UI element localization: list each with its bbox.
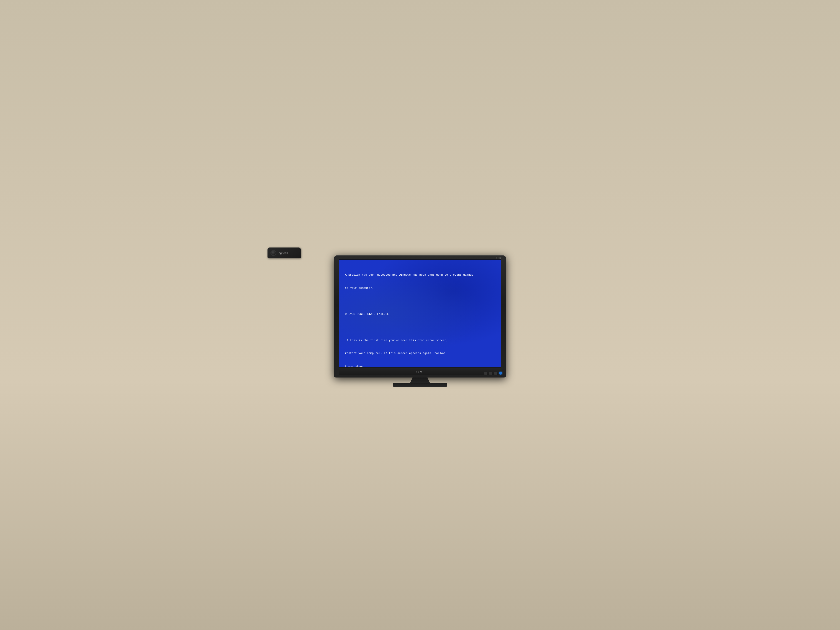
bsod-line-7: restart your computer. If this screen ap… bbox=[345, 351, 495, 355]
bsod-spacer-1 bbox=[345, 299, 495, 303]
monitor-stand-neck bbox=[407, 377, 433, 383]
monitor-brand: acer bbox=[415, 369, 425, 373]
bsod-spacer-2 bbox=[345, 325, 495, 330]
bsod-content: A problem has been detected and windows … bbox=[345, 264, 495, 368]
bsod-line-4: DRIVER_POWER_STATE_FAILURE bbox=[345, 312, 495, 316]
webcam: logitech bbox=[267, 248, 301, 258]
bsod-screen: A problem has been detected and windows … bbox=[339, 259, 501, 368]
webcam-lens bbox=[270, 250, 276, 256]
monitor-outer: X235 A problem has been detected and win… bbox=[334, 256, 506, 377]
monitor-button-3[interactable] bbox=[494, 372, 497, 374]
monitor-controls bbox=[484, 372, 502, 374]
monitor-stand-base bbox=[393, 383, 447, 387]
bsod-line-1: A problem has been detected and windows … bbox=[345, 273, 495, 277]
bsod-line-8: these steps: bbox=[345, 365, 495, 368]
monitor-button-2[interactable] bbox=[489, 372, 492, 374]
monitor-power-button[interactable] bbox=[499, 372, 502, 374]
monitor-wrapper: logitech X235 A problem has been detecte… bbox=[334, 256, 506, 387]
bsod-line-6: If this is the first time you've seen th… bbox=[345, 338, 495, 343]
bsod-line-2: to your computer. bbox=[345, 286, 495, 291]
monitor-bottom-bezel: acer bbox=[339, 368, 501, 375]
monitor-button-1[interactable] bbox=[484, 372, 487, 374]
webcam-label: logitech bbox=[278, 251, 288, 254]
